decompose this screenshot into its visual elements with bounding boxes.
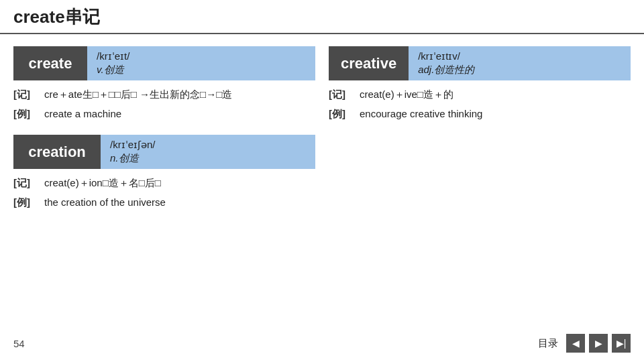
next-button[interactable]: ▶ <box>589 334 608 353</box>
creative-card: creative /krɪˈeɪtɪv/ adj.创造性的 <box>329 46 631 80</box>
right-column: creative /krɪˈeɪtɪv/ adj.创造性的 [记] creat(… <box>329 46 631 214</box>
creative-phonetics-box: /krɪˈeɪtɪv/ adj.创造性的 <box>409 46 631 80</box>
nav-controls: 目录 ◀ ▶ ▶| <box>538 334 631 353</box>
creative-mnemonic-label: [记] <box>329 87 356 103</box>
create-mnemonic-text: cre＋ate生□＋□□后□ →生出新的念□→□造 <box>44 87 315 103</box>
creative-example-text: encourage creative thinking <box>360 107 631 122</box>
creative-example-row: [例] encourage creative thinking <box>329 107 631 122</box>
create-mnemonic-row: [记] cre＋ate生□＋□□后□ →生出新的念□→□造 <box>13 87 315 103</box>
creation-example-text: the creation of the universe <box>44 195 315 210</box>
create-phonetics-box: /krɪˈeɪt/ v.创造 <box>87 46 315 80</box>
create-example-label: [例] <box>13 107 40 122</box>
creation-mnemonic-text: creat(e)＋ion□造＋名□后□ <box>44 176 315 191</box>
creation-phonetics-box: /krɪˈeɪʃən/ n.创造 <box>101 135 315 169</box>
create-mnemonic-label: [记] <box>13 87 40 103</box>
creative-phonetic: /krɪˈeɪtɪv/ <box>418 50 621 62</box>
create-example-row: [例] create a machine <box>13 107 315 122</box>
main-content: create /krɪˈeɪt/ v.创造 [记] cre＋ate生□＋□□后□… <box>0 34 644 221</box>
creation-example-row: [例] the creation of the universe <box>13 195 315 210</box>
creation-mnemonic-row: [记] creat(e)＋ion□造＋名□后□ <box>13 176 315 191</box>
creation-example-label: [例] <box>13 195 40 210</box>
creation-mnemonic-label: [记] <box>13 176 40 191</box>
creative-example-label: [例] <box>329 107 356 122</box>
creation-card: creation /krɪˈeɪʃən/ n.创造 <box>13 135 315 169</box>
creative-mnemonic-row: [记] creat(e)＋ive□造＋的 <box>329 87 631 103</box>
creation-meaning: n.创造 <box>110 152 306 165</box>
last-button[interactable]: ▶| <box>612 334 631 353</box>
creative-word-label: creative <box>329 46 409 80</box>
create-word-label: create <box>13 46 87 80</box>
create-meaning: v.创造 <box>97 64 306 76</box>
create-card: create /krɪˈeɪt/ v.创造 <box>13 46 315 80</box>
nav-label: 目录 <box>538 337 558 350</box>
page-number: 54 <box>13 338 25 349</box>
prev-button[interactable]: ◀ <box>566 334 585 353</box>
footer: 54 目录 ◀ ▶ ▶| <box>13 334 631 353</box>
create-phonetic: /krɪˈeɪt/ <box>97 50 306 62</box>
section-spacer <box>13 125 315 135</box>
creation-phonetic: /krɪˈeɪʃən/ <box>110 139 306 151</box>
creative-meaning: adj.创造性的 <box>418 64 621 76</box>
left-column: create /krɪˈeɪt/ v.创造 [记] cre＋ate生□＋□□后□… <box>13 46 315 214</box>
title-bar: create串记 <box>0 0 644 34</box>
creation-word-label: creation <box>13 135 101 169</box>
create-example-text: create a machine <box>44 107 315 122</box>
creative-mnemonic-text: creat(e)＋ive□造＋的 <box>360 87 631 103</box>
page-title: create串记 <box>13 5 631 29</box>
